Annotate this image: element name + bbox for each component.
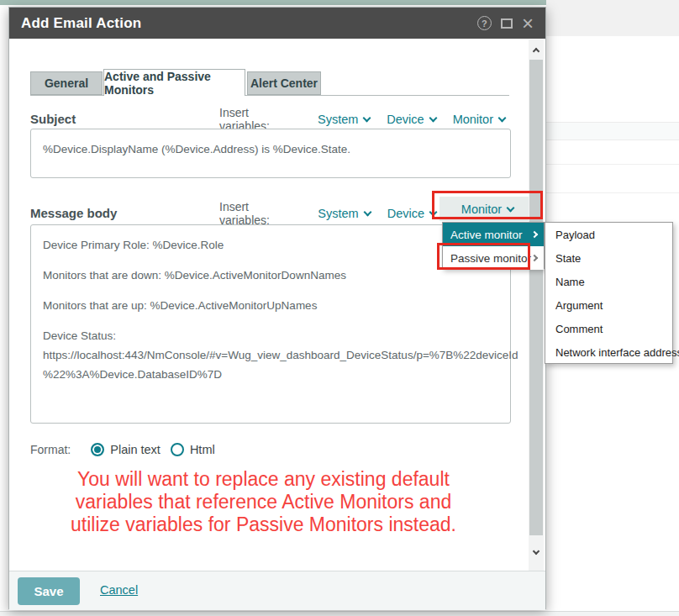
submenu-item-payload[interactable]: Payload <box>545 223 672 246</box>
message-insert-variables-row: Insert variables: System Device <box>219 205 436 222</box>
tab-general-label: General <box>45 76 88 90</box>
background-row-line <box>546 164 679 165</box>
background-header-band <box>546 0 679 36</box>
dialog-titlebar: Add Email Action ? × <box>9 8 545 39</box>
submenu-item-network-interface-address[interactable]: Network interface address <box>545 340 672 364</box>
message-paragraph: Device Primary Role: %Device.Role <box>43 235 498 255</box>
tab-underline <box>30 95 509 96</box>
system-dropdown-label: System <box>318 207 358 220</box>
monitor-dropdown-label: Monitor <box>453 113 493 126</box>
message-monitor-dropdown[interactable]: Monitor <box>440 197 535 221</box>
monitor-dropdown-label: Monitor <box>461 203 502 216</box>
help-icon[interactable]: ? <box>477 16 492 30</box>
background-row-line <box>546 192 679 193</box>
radio-html-label: Html <box>190 443 215 456</box>
radio-plain-text[interactable]: Plain text <box>91 443 161 456</box>
background-bottom-fill <box>0 612 679 616</box>
format-row: Format: Plain text Html <box>30 443 215 456</box>
radio-html[interactable]: Html <box>171 443 215 456</box>
tab-alert-center-label: Alert Center <box>250 76 318 90</box>
add-email-action-dialog: Add Email Action ? × General Active and … <box>8 7 546 609</box>
dialog-footer: Save Cancel <box>9 571 545 610</box>
message-paragraph: Device Status: https://localhost:443/NmC… <box>43 326 498 384</box>
scroll-up-icon[interactable] <box>529 41 544 58</box>
chevron-down-icon <box>363 208 371 217</box>
menu-item-active-monitor[interactable]: Active monitor <box>443 223 544 246</box>
dialog-scrollbar[interactable] <box>529 39 544 571</box>
cancel-link[interactable]: Cancel <box>100 583 138 597</box>
message-body-label: Message body <box>30 206 117 220</box>
subject-value: %Device.DisplayName (%Device.Address) is… <box>43 140 498 159</box>
scrollbar-thumb[interactable] <box>529 60 543 535</box>
screen: Add Email Action ? × General Active and … <box>0 0 679 616</box>
device-dropdown-label: Device <box>387 113 424 126</box>
submenu-item-comment[interactable]: Comment <box>545 317 672 340</box>
menu-item-passive-monitor[interactable]: Passive monitor <box>443 246 544 270</box>
format-label: Format: <box>30 443 71 456</box>
message-body-input[interactable]: Device Primary Role: %Device.Role Monito… <box>30 224 511 424</box>
scroll-down-icon[interactable] <box>529 544 544 561</box>
subject-system-dropdown[interactable]: System <box>318 113 370 126</box>
chevron-down-icon <box>498 114 507 123</box>
background-row-band <box>546 122 679 140</box>
monitor-submenu: Payload State Name Argument Comment Netw… <box>545 222 673 364</box>
save-button[interactable]: Save <box>18 577 80 605</box>
tab-active-passive-label: Active and Passive Monitors <box>104 70 245 97</box>
subject-label: Subject <box>30 112 76 126</box>
radio-unselected-icon <box>171 443 184 456</box>
tab-general[interactable]: General <box>30 71 103 95</box>
insert-variables-label: Insert variables: <box>219 200 301 227</box>
chevron-down-icon <box>429 114 437 123</box>
dialog-title: Add Email Action <box>21 15 141 32</box>
maximize-icon[interactable] <box>501 18 513 29</box>
subject-device-dropdown[interactable]: Device <box>387 113 435 126</box>
subject-monitor-dropdown[interactable]: Monitor <box>453 113 505 126</box>
message-system-dropdown[interactable]: System <box>318 207 370 220</box>
close-icon[interactable]: × <box>522 16 534 31</box>
device-dropdown-label: Device <box>387 207 424 220</box>
chevron-right-icon <box>531 255 538 261</box>
chevron-right-icon <box>531 231 538 238</box>
submenu-item-argument[interactable]: Argument <box>545 293 672 317</box>
tab-active-and-passive-monitors[interactable]: Active and Passive Monitors <box>103 69 245 96</box>
annotation-text: You will want to replace any existing de… <box>34 468 492 536</box>
radio-plain-text-label: Plain text <box>110 443 161 456</box>
active-monitor-label: Active monitor <box>450 229 523 241</box>
tab-alert-center[interactable]: Alert Center <box>247 71 321 95</box>
chevron-down-icon <box>363 114 371 123</box>
titlebar-icons: ? × <box>477 16 534 31</box>
passive-monitor-label: Passive monitor <box>450 252 531 265</box>
message-device-dropdown[interactable]: Device <box>387 207 436 220</box>
message-paragraph: Monitors that are up: %Device.ActiveMoni… <box>43 296 498 315</box>
background-top-strip <box>0 0 546 5</box>
subject-input[interactable]: %Device.DisplayName (%Device.Address) is… <box>30 129 511 178</box>
submenu-item-state[interactable]: State <box>545 246 672 270</box>
submenu-item-name[interactable]: Name <box>545 270 672 293</box>
chevron-down-icon <box>507 203 515 212</box>
chevron-down-icon <box>429 208 438 217</box>
monitor-dropdown-menu: Active monitor Passive monitor <box>442 222 545 269</box>
system-dropdown-label: System <box>318 113 358 126</box>
subject-insert-variables-row: Insert variables: System Device Monitor <box>219 111 505 128</box>
message-paragraph: Monitors that are down: %Device.ActiveMo… <box>43 266 498 285</box>
radio-selected-icon <box>91 443 104 456</box>
